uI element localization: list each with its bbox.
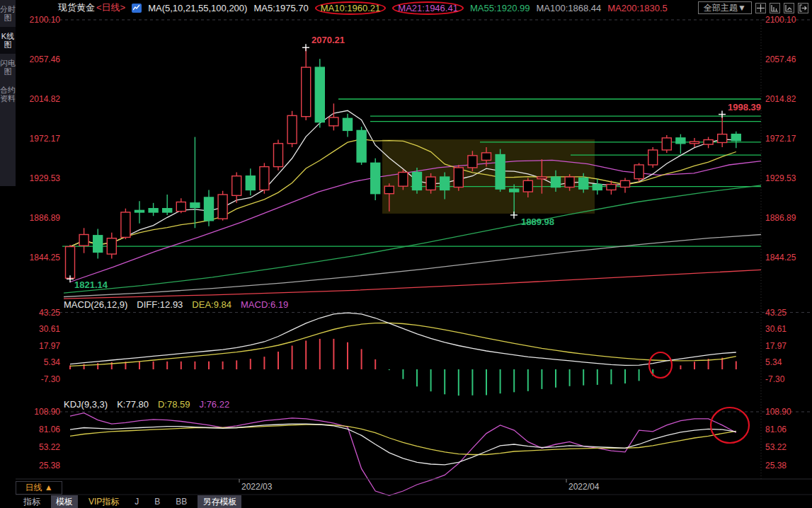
macd-axis-label: -7.30 — [41, 374, 61, 384]
macd-cross-circle-annotation — [649, 352, 672, 378]
price-axis-label: 1886.89 — [30, 213, 61, 223]
price-axis-label: 1929.53 — [30, 173, 61, 183]
indicator-tab-bar: 指标模板VIP指标JBBB另存模板 — [18, 495, 241, 508]
kdj-k-value: K:77.80 — [117, 399, 149, 410]
ma200-line — [64, 270, 761, 299]
price-annotation-label: 2070.21 — [311, 35, 345, 45]
macd-axis-label: 43.25 — [765, 308, 787, 318]
price-axis-label: 1972.17 — [30, 134, 61, 144]
bottom-tab-5[interactable]: B — [149, 496, 165, 507]
kdj-j-line — [70, 413, 736, 496]
kdj-header: KDJ(9,3,3) K:77.80 D:78.59 J:76.22 — [64, 399, 229, 410]
price-axis-label: 1929.53 — [765, 173, 796, 183]
price-axis-label: 2100.10 — [765, 15, 796, 25]
price-axis-label: 1972.17 — [765, 134, 796, 144]
bottom-tab-6[interactable]: BB — [171, 496, 192, 507]
macd-axis-label: 43.25 — [39, 308, 60, 318]
period-selector-button[interactable]: 日线 ▲ — [16, 481, 62, 495]
price-axis-label: 2100.10 — [30, 15, 61, 25]
bottom-tab-3[interactable]: VIP指标 — [84, 495, 124, 508]
price-axis-label: 1844.25 — [30, 253, 61, 262]
price-axis-label: 1886.89 — [765, 213, 796, 223]
macd-axis-label: 5.34 — [44, 357, 61, 367]
trading-app-window: 2070.211998.391889.981821.142100.102100.… — [0, 0, 812, 508]
dea-line — [70, 323, 736, 366]
macd-dea-value: DEA:9.84 — [192, 299, 231, 310]
kdj-axis-label: 108.90 — [765, 407, 791, 417]
diff-line — [70, 313, 736, 365]
macd-diff-value: DIFF:12.93 — [137, 299, 183, 310]
price-annotation-label: 1998.39 — [728, 102, 761, 112]
price-axis-label: 2057.46 — [765, 54, 796, 64]
kdj-axis-label: 81.06 — [765, 425, 787, 434]
price-axis-label: 2014.82 — [765, 94, 796, 104]
macd-axis-label: 5.34 — [765, 357, 782, 367]
macd-axis-label: -7.30 — [765, 374, 785, 384]
macd-header: MACD(26,12,9) DIFF:12.93 DEA:9.84 MACD:6… — [64, 299, 288, 310]
kdj-axis-label: 108.90 — [34, 407, 60, 417]
kdj-axis-label: 53.22 — [39, 442, 60, 452]
macd-axis-label: 30.61 — [39, 324, 60, 334]
bottom-tab-1[interactable]: 指标 — [18, 495, 45, 508]
kdj-axis-label: 25.38 — [39, 461, 60, 471]
kdj-axis-label: 81.06 — [39, 425, 60, 434]
kdj-axis-label: 25.38 — [765, 461, 787, 471]
kdj-cross-circle-annotation — [711, 408, 749, 443]
macd-title: MACD(26,12,9) — [64, 299, 127, 310]
price-annotation-label: 1821.14 — [74, 279, 108, 290]
price-axis-label: 2014.82 — [30, 94, 61, 104]
kdj-axis-label: 53.22 — [765, 442, 787, 452]
price-annotation-label: 1889.98 — [521, 217, 554, 227]
kdj-k-line — [70, 424, 736, 465]
macd-axis-label: 17.97 — [765, 341, 787, 351]
date-axis-label: 2022/03 — [241, 482, 273, 492]
bottom-tab-2[interactable]: 模板 — [51, 495, 78, 508]
kdj-j-value: J:76.22 — [200, 399, 230, 410]
macd-axis-label: 17.97 — [39, 341, 60, 351]
kdj-title: KDJ(9,3,3) — [64, 399, 108, 410]
price-axis-label: 2057.46 — [30, 54, 61, 64]
date-axis-label: 2022/04 — [568, 482, 600, 492]
macd-macd-value: MACD:6.19 — [241, 299, 288, 310]
price-axis-label: 1844.25 — [765, 253, 796, 262]
bottom-tab-4[interactable]: J — [130, 496, 144, 507]
chart-canvas: 2070.211998.391889.981821.142100.102100.… — [0, 0, 812, 508]
kdj-d-value: D:78.59 — [158, 399, 190, 410]
macd-axis-label: 30.61 — [765, 324, 787, 334]
kdj-d-line — [70, 425, 736, 455]
bottom-tab-7[interactable]: 另存模板 — [198, 495, 241, 508]
